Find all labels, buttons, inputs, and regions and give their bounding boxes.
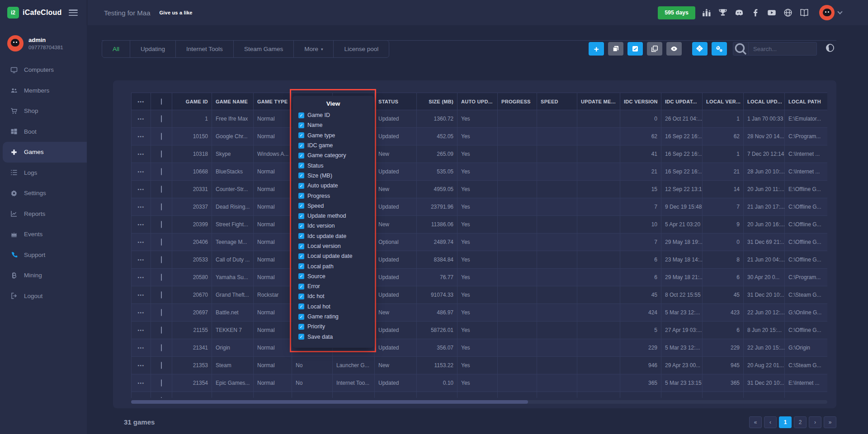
view-option-idc-version[interactable]: ✓Idc version — [298, 221, 368, 231]
sidebar-item-events[interactable]: Events — [0, 224, 87, 245]
column-header-idc_update_date[interactable]: IDC UPDAT... — [661, 93, 703, 110]
tab-license-pool[interactable]: License pool — [334, 41, 389, 57]
column-header-game_id[interactable]: GAME ID — [172, 93, 212, 110]
checked-checkbox-icon[interactable]: ✓ — [298, 324, 304, 330]
view-option-local-path[interactable]: ✓Local path — [298, 261, 368, 271]
cell-actions[interactable]: ••• — [132, 145, 151, 163]
cell-actions[interactable]: ••• — [132, 392, 151, 398]
cell-select[interactable] — [151, 163, 172, 181]
search-input[interactable] — [749, 46, 812, 52]
cell-actions[interactable]: ••• — [132, 110, 151, 128]
checked-checkbox-icon[interactable]: ✓ — [298, 173, 304, 178]
row-checkbox[interactable] — [161, 203, 162, 210]
discord-icon[interactable] — [734, 8, 744, 18]
row-checkbox[interactable] — [161, 115, 162, 122]
cell-actions[interactable]: ••• — [132, 163, 151, 181]
cell-select[interactable] — [151, 233, 172, 251]
cell-actions[interactable]: ••• — [132, 181, 151, 198]
cell-actions[interactable]: ••• — [132, 286, 151, 304]
tab-steam-games[interactable]: Steam Games — [234, 41, 294, 57]
row-checkbox[interactable] — [161, 256, 162, 263]
row-checkbox[interactable] — [161, 133, 162, 140]
row-checkbox[interactable] — [161, 238, 162, 246]
checked-checkbox-icon[interactable]: ✓ — [298, 132, 304, 138]
view-option-auto-update[interactable]: ✓Auto update — [298, 181, 368, 191]
sidebar-item-computers[interactable]: Computers — [0, 60, 87, 80]
row-checkbox[interactable] — [161, 168, 162, 175]
cell-select[interactable] — [151, 322, 172, 339]
next-page-button[interactable]: › — [809, 416, 821, 428]
give-us-a-like-link[interactable]: Give us a like — [160, 10, 193, 15]
menu-toggle-icon[interactable] — [69, 9, 78, 16]
column-header-size_mb[interactable]: SIZE (MB) — [417, 93, 458, 110]
column-header-auto_update[interactable]: AUTO UPD... — [458, 93, 498, 110]
sidebar-item-support[interactable]: Support — [0, 245, 87, 266]
checked-checkbox-icon[interactable]: ✓ — [298, 303, 304, 309]
page-button-1[interactable]: 1 — [779, 416, 792, 428]
cell-select[interactable] — [151, 198, 172, 216]
sidebar-item-reports[interactable]: Reports — [0, 204, 87, 224]
page-button-2[interactable]: 2 — [794, 416, 807, 428]
column-header-status[interactable]: STATUS — [375, 93, 417, 110]
checked-checkbox-icon[interactable]: ✓ — [298, 253, 304, 259]
cell-actions[interactable]: ••• — [132, 339, 151, 357]
column-header-idc_version[interactable]: IDC VERSION — [620, 93, 661, 110]
checked-checkbox-icon[interactable]: ✓ — [298, 183, 304, 189]
column-header-select[interactable] — [151, 93, 172, 110]
column-header-game_name[interactable]: GAME NAME — [212, 93, 254, 110]
select-all-checkbox[interactable] — [161, 98, 162, 105]
cell-select[interactable] — [151, 251, 172, 269]
cell-actions[interactable]: ••• — [132, 233, 151, 251]
view-option-local-hot[interactable]: ✓Local hot — [298, 302, 368, 312]
cell-actions[interactable]: ••• — [132, 357, 151, 374]
add-game-button[interactable]: + — [589, 42, 604, 56]
view-option-idc-hot[interactable]: ✓Idc hot — [298, 291, 368, 301]
cell-actions[interactable]: ••• — [132, 216, 151, 233]
scrollbar-thumb[interactable] — [131, 400, 528, 404]
sidebar-item-settings[interactable]: Settings — [0, 183, 87, 204]
view-option-save-data[interactable]: ✓Save data — [298, 332, 368, 342]
last-page-button[interactable]: » — [824, 416, 836, 428]
checked-checkbox-icon[interactable]: ✓ — [298, 143, 304, 149]
view-option-progress[interactable]: ✓Progress — [298, 191, 368, 201]
row-checkbox[interactable] — [161, 309, 162, 316]
checked-checkbox-icon[interactable]: ✓ — [298, 203, 304, 209]
row-checkbox[interactable] — [161, 327, 162, 334]
tab-more[interactable]: More▾ — [294, 41, 334, 57]
cell-actions[interactable]: ••• — [132, 304, 151, 322]
view-option-update-method[interactable]: ✓Update method — [298, 211, 368, 221]
cell-actions[interactable]: ••• — [132, 269, 151, 286]
checked-checkbox-icon[interactable]: ✓ — [298, 163, 304, 168]
checked-checkbox-icon[interactable]: ✓ — [298, 213, 304, 219]
view-option-idc-game[interactable]: ✓IDC game — [298, 140, 368, 150]
cell-select[interactable] — [151, 128, 172, 145]
sidebar-item-logs[interactable]: Logs — [0, 163, 87, 183]
cell-select[interactable] — [151, 216, 172, 233]
facebook-icon[interactable] — [750, 8, 760, 18]
tab-all[interactable]: All — [102, 41, 130, 57]
sidebar-item-boot[interactable]: Boot — [0, 121, 87, 142]
checked-checkbox-icon[interactable]: ✓ — [298, 233, 304, 239]
sidebar-item-logout[interactable]: Logout — [0, 286, 87, 307]
cell-select[interactable] — [151, 286, 172, 304]
checked-checkbox-icon[interactable]: ✓ — [298, 153, 304, 159]
sidebar-item-members[interactable]: Members — [0, 80, 87, 101]
cell-select[interactable] — [151, 145, 172, 163]
checked-checkbox-icon[interactable]: ✓ — [298, 284, 304, 289]
language-globe-icon[interactable] — [826, 43, 836, 54]
cell-select[interactable] — [151, 110, 172, 128]
view-option-name[interactable]: ✓Name — [298, 120, 368, 130]
checked-checkbox-icon[interactable]: ✓ — [298, 193, 304, 199]
view-option-error[interactable]: ✓Error — [298, 281, 368, 291]
book-icon[interactable] — [799, 8, 809, 18]
prev-page-button[interactable]: ‹ — [764, 416, 777, 428]
cell-select[interactable] — [151, 339, 172, 357]
sidebar-item-shop[interactable]: Shop — [0, 101, 87, 121]
sidebar-item-games[interactable]: Games — [3, 142, 87, 163]
user-menu[interactable] — [819, 5, 842, 20]
view-option-status[interactable]: ✓Status — [298, 160, 368, 170]
view-option-source[interactable]: ✓Source — [298, 271, 368, 281]
cell-select[interactable] — [151, 269, 172, 286]
row-checkbox[interactable] — [161, 379, 162, 387]
cell-actions[interactable]: ••• — [132, 322, 151, 339]
